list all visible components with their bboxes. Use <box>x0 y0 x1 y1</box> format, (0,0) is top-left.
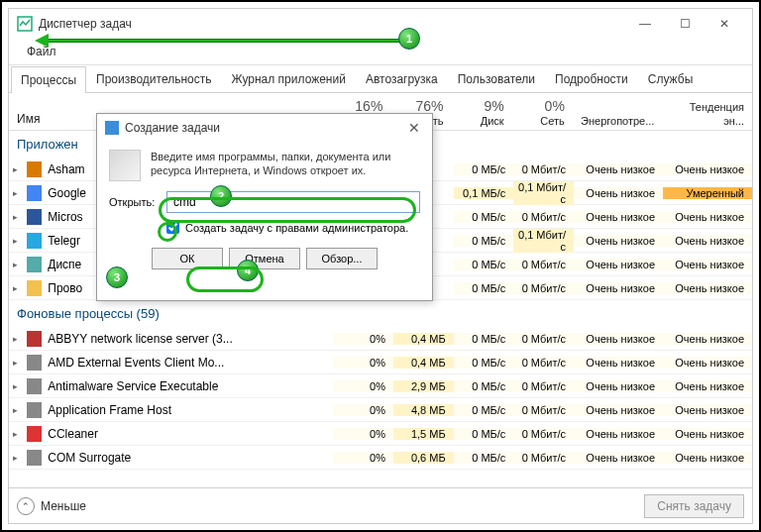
cell: Очень низкое <box>663 333 752 345</box>
cell: Очень низкое <box>574 428 663 440</box>
cell: 0,1 Мбит/с <box>513 229 574 253</box>
expand-icon[interactable]: ▸ <box>9 381 23 391</box>
expand-icon[interactable]: ▸ <box>9 429 23 439</box>
cell: Очень низкое <box>574 333 663 345</box>
cell: 0 Мбит/с <box>513 259 574 270</box>
cell: 0 Мбит/с <box>513 452 574 464</box>
tabs: Процессы Производительность Журнал прило… <box>9 65 752 93</box>
cell: 0 Мбит/с <box>513 404 574 416</box>
process-name: AMD External Events Client Mo... <box>46 356 333 370</box>
expand-icon[interactable]: ▸ <box>9 453 23 463</box>
expand-icon[interactable]: ▸ <box>9 236 23 246</box>
expand-icon[interactable]: ▸ <box>9 260 23 269</box>
cell: 0,6 МБ <box>393 452 454 464</box>
cell: 0 Мбит/с <box>513 333 574 345</box>
process-icon <box>27 426 43 442</box>
process-name: ABBYY network license server (3... <box>46 332 333 346</box>
dialog-icon <box>105 121 119 135</box>
cell: Умеренный <box>663 187 752 199</box>
run-icon <box>109 150 141 181</box>
cell: Очень низкое <box>574 404 663 416</box>
process-name: CCleaner <box>46 427 333 441</box>
col-disk[interactable]: 9%Диск <box>452 98 512 130</box>
tab-details[interactable]: Подробности <box>545 65 638 92</box>
cell: 0 Мбит/с <box>513 163 574 175</box>
cell: Очень низкое <box>663 235 752 247</box>
cell: 0% <box>333 428 393 440</box>
tab-performance[interactable]: Производительность <box>86 65 221 92</box>
tab-startup[interactable]: Автозагрузка <box>356 65 448 92</box>
close-button[interactable]: ✕ <box>705 9 744 39</box>
process-icon <box>27 331 43 347</box>
process-icon <box>27 209 43 225</box>
tab-processes[interactable]: Процессы <box>11 66 86 93</box>
cell: 0,1 Мбит/с <box>513 181 574 205</box>
cell: 0 Мбит/с <box>513 428 574 440</box>
cell: 0% <box>333 380 393 392</box>
table-row[interactable]: ▸ CCleaner0%1,5 МБ0 МБ/с0 Мбит/сОчень ни… <box>9 422 752 446</box>
cell: Очень низкое <box>574 211 663 223</box>
expand-icon[interactable]: ▸ <box>9 188 23 198</box>
maximize-button[interactable]: ☐ <box>665 9 705 39</box>
dialog-title: Создание задачи <box>125 121 404 135</box>
cell: 0 Мбит/с <box>513 211 574 223</box>
chevron-up-icon: ⌃ <box>17 497 35 515</box>
cell: 0 МБ/с <box>454 333 514 345</box>
cell: Очень низкое <box>574 187 663 199</box>
expand-icon[interactable]: ▸ <box>9 358 23 368</box>
cell: 0,4 МБ <box>393 357 454 369</box>
expand-icon[interactable]: ▸ <box>9 405 23 415</box>
process-icon <box>27 355 43 371</box>
table-row[interactable]: ▸ COM Surrogate0%0,6 МБ0 МБ/с0 Мбит/сОче… <box>9 446 752 470</box>
cell: 0 МБ/с <box>454 380 514 392</box>
end-task-button[interactable]: Снять задачу <box>644 494 744 518</box>
tab-services[interactable]: Службы <box>638 65 703 92</box>
cell: Очень низкое <box>663 452 752 464</box>
cell: 0% <box>333 333 393 345</box>
process-icon <box>27 378 43 394</box>
cell: Очень низкое <box>663 428 752 440</box>
cell: 0 МБ/с <box>454 452 514 464</box>
cell: 0,4 МБ <box>393 333 454 345</box>
cell: 2,9 МБ <box>393 380 454 392</box>
tutorial-arrowhead-icon <box>35 34 49 48</box>
process-icon <box>27 233 43 249</box>
browse-button[interactable]: Обзор... <box>306 248 378 269</box>
expand-icon[interactable]: ▸ <box>9 283 23 293</box>
cell: 0% <box>333 452 393 464</box>
dialog-close-button[interactable]: ✕ <box>404 120 424 136</box>
table-row[interactable]: ▸ AMD External Events Client Mo...0%0,4 … <box>9 351 752 374</box>
cell: Очень низкое <box>663 357 752 369</box>
cell: Очень низкое <box>663 380 752 392</box>
cell: 0,1 МБ/с <box>454 187 514 199</box>
expand-icon[interactable]: ▸ <box>9 164 23 174</box>
col-power[interactable]: Энергопотре... <box>573 114 663 130</box>
table-row[interactable]: ▸ Antimalware Service Executable0%2,9 МБ… <box>9 374 752 398</box>
fewer-details-button[interactable]: ⌃ Меньше <box>17 497 86 515</box>
highlight-input <box>159 197 416 223</box>
col-trend[interactable]: Тенденция эн... <box>662 100 752 130</box>
app-icon <box>17 16 33 32</box>
tab-apphistory[interactable]: Журнал приложений <box>222 65 356 92</box>
cell: Очень низкое <box>663 282 752 294</box>
process-icon <box>27 185 43 201</box>
col-net[interactable]: 0%Сеть <box>512 98 573 130</box>
dialog-description: Введите имя программы, папки, документа … <box>151 150 420 181</box>
cell: 0 МБ/с <box>454 259 514 270</box>
tab-users[interactable]: Пользователи <box>448 65 545 92</box>
cell: 0 Мбит/с <box>513 357 574 369</box>
process-icon <box>27 257 43 272</box>
cell: Очень низкое <box>663 259 752 270</box>
expand-icon[interactable]: ▸ <box>9 212 23 222</box>
open-label: Открыть: <box>109 196 161 208</box>
section-bg: Фоновые процессы (59) <box>9 300 752 327</box>
process-icon <box>27 402 43 418</box>
cell: Очень низкое <box>574 235 663 247</box>
cell: 0 МБ/с <box>454 235 514 247</box>
table-row[interactable]: ▸ ABBYY network license server (3...0%0,… <box>9 327 752 351</box>
minimize-button[interactable]: — <box>625 9 665 39</box>
expand-icon[interactable]: ▸ <box>9 334 23 344</box>
table-row[interactable]: ▸ Application Frame Host0%4,8 МБ0 МБ/с0 … <box>9 398 752 422</box>
process-icon <box>27 280 43 296</box>
cell: Очень низкое <box>574 452 663 464</box>
